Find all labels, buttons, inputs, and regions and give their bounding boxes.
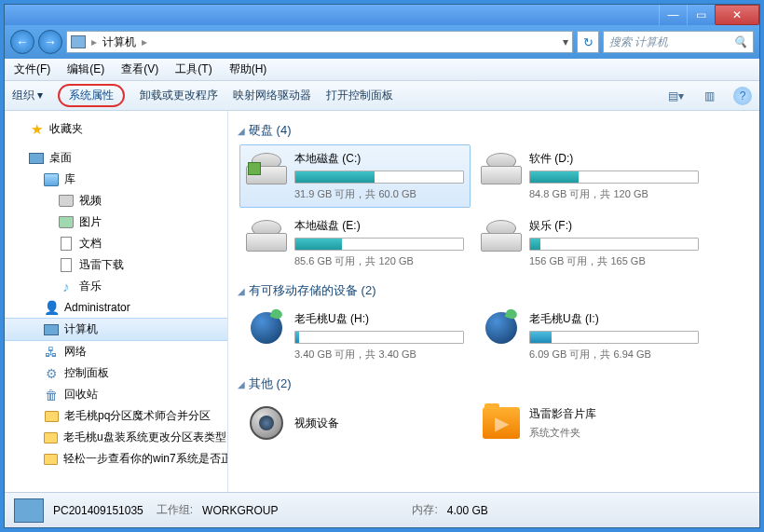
collapse-icon: ◢ — [238, 286, 245, 296]
menu-edit[interactable]: 编辑(E) — [63, 60, 108, 79]
item-xunlei-library[interactable]: ▶ 迅雷影音片库 系统文件夹 — [474, 398, 705, 448]
sidebar-item-network[interactable]: 🖧网络 — [5, 341, 227, 362]
sidebar-label: 老毛桃pq分区魔术师合并分区 — [64, 408, 211, 424]
sidebar-item-control-panel[interactable]: ⚙控制面板 — [5, 362, 227, 384]
content-pane: ◢硬盘 (4) 本地磁盘 (C:) 31.9 GB 可用，共 60.0 GB 软… — [228, 111, 759, 492]
sidebar-item-xunlei-dl[interactable]: 迅雷下载 — [5, 254, 227, 276]
uninstall-button[interactable]: 卸载或更改程序 — [140, 88, 218, 103]
sidebar-item-documents[interactable]: 文档 — [5, 233, 227, 254]
control-panel-button[interactable]: 打开控制面板 — [326, 88, 393, 103]
back-button[interactable]: ← — [10, 30, 34, 54]
video-icon — [59, 195, 74, 207]
drive-icon — [481, 151, 522, 184]
collapse-icon: ◢ — [238, 379, 245, 389]
menu-tools[interactable]: 工具(T) — [171, 60, 215, 79]
map-drive-button[interactable]: 映射网络驱动器 — [233, 88, 311, 103]
sidebar-label: 回收站 — [64, 387, 98, 402]
sidebar-label: Administrator — [64, 301, 130, 314]
search-icon[interactable]: 🔍 — [733, 35, 747, 48]
preview-pane-button[interactable]: ▥ — [700, 87, 718, 105]
drive-name: 老毛桃U盘 (H:) — [294, 311, 464, 327]
computer-icon — [14, 498, 44, 523]
drive-i[interactable]: 老毛桃U盘 (I:) 6.09 GB 可用，共 6.94 GB — [474, 305, 705, 368]
user-icon: 👤 — [44, 300, 59, 315]
refresh-button[interactable]: ↻ — [577, 31, 599, 53]
sidebar-item-music[interactable]: ♪音乐 — [5, 276, 227, 297]
sidebar-item-folder[interactable]: 老毛桃u盘装系统更改分区表类型 — [5, 427, 227, 448]
sidebar-item-libraries[interactable]: 库 — [5, 169, 227, 190]
sidebar-item-computer[interactable]: 计算机 — [5, 318, 227, 341]
item-video-device[interactable]: 视频设备 — [239, 398, 471, 448]
sidebar-item-folder[interactable]: 轻松一步查看你的win7系统是否正 — [5, 448, 227, 470]
item-name: 迅雷影音片库 — [529, 406, 699, 422]
system-properties-button[interactable]: 系统属性 — [58, 84, 125, 107]
collapse-icon: ◢ — [238, 126, 245, 136]
usb-icon — [481, 311, 522, 345]
menu-view[interactable]: 查看(V) — [117, 60, 162, 79]
capacity-bar — [294, 171, 464, 184]
sidebar-item-videos[interactable]: 视频 — [5, 190, 227, 211]
section-removable[interactable]: ◢有可移动存储的设备 (2) — [238, 277, 750, 303]
sidebar-label: 轻松一步查看你的win7系统是否正 — [63, 451, 228, 467]
menu-file[interactable]: 文件(F) — [10, 60, 54, 79]
document-icon — [61, 237, 72, 251]
drive-name: 娱乐 (F:) — [529, 218, 699, 234]
body: ★收藏夹 桌面 库 视频 图片 文档 迅雷下载 ♪音乐 👤Administrat… — [5, 111, 759, 492]
forward-button[interactable]: → — [38, 30, 62, 54]
desktop-icon — [29, 153, 44, 164]
breadcrumb-path[interactable]: 计算机 — [102, 34, 136, 50]
address-bar[interactable]: ▸ 计算机 ▸ ▾ — [66, 31, 573, 53]
help-icon[interactable]: ? — [733, 87, 752, 105]
minimize-button[interactable]: — — [659, 5, 687, 25]
sidebar-label: 库 — [64, 171, 75, 187]
computer-icon — [71, 35, 86, 48]
view-mode-button[interactable]: ▤▾ — [666, 87, 685, 105]
drive-e[interactable]: 本地磁盘 (E:) 85.6 GB 可用，共 120 GB — [239, 211, 471, 275]
sidebar-label: 图片 — [79, 214, 102, 230]
capacity-bar — [294, 238, 464, 251]
drive-stat: 84.8 GB 可用，共 120 GB — [529, 187, 699, 201]
menu-help[interactable]: 帮助(H) — [225, 60, 271, 79]
organize-button[interactable]: 组织 ▾ — [12, 88, 43, 103]
section-other[interactable]: ◢其他 (2) — [238, 370, 750, 396]
capacity-bar — [529, 171, 699, 184]
close-button[interactable]: ✕ — [715, 5, 759, 25]
drive-icon — [246, 151, 287, 184]
section-title: 其他 (2) — [249, 375, 292, 392]
section-title: 硬盘 (4) — [249, 122, 292, 139]
sidebar-label: 视频 — [79, 193, 102, 209]
drive-h[interactable]: 老毛桃U盘 (H:) 3.40 GB 可用，共 3.40 GB — [239, 305, 471, 368]
sidebar-item-desktop[interactable]: 桌面 — [5, 147, 227, 169]
drive-stat: 6.09 GB 可用，共 6.94 GB — [529, 348, 699, 361]
section-hard-drives[interactable]: ◢硬盘 (4) — [238, 116, 750, 143]
sidebar-item-folder[interactable]: 老毛桃pq分区魔术师合并分区 — [5, 405, 227, 427]
folder-icon — [45, 411, 59, 422]
camera-icon — [246, 404, 287, 442]
drive-d[interactable]: 软件 (D:) 84.8 GB 可用，共 120 GB — [474, 144, 705, 208]
drive-c[interactable]: 本地磁盘 (C:) 31.9 GB 可用，共 60.0 GB — [239, 144, 471, 208]
sidebar-label: 老毛桃u盘装系统更改分区表类型 — [63, 430, 226, 445]
sidebar-label: 迅雷下载 — [79, 257, 124, 273]
folder-icon: ▶ — [481, 404, 522, 442]
recycle-bin-icon: 🗑 — [44, 388, 59, 402]
status-workgroup-label: 工作组: — [157, 502, 193, 518]
address-dropdown[interactable]: ▾ — [563, 35, 568, 48]
sidebar-label: 文档 — [79, 236, 102, 252]
drive-icon — [246, 218, 287, 252]
sidebar-label: 网络 — [64, 344, 87, 360]
drive-f[interactable]: 娱乐 (F:) 156 GB 可用，共 165 GB — [474, 211, 705, 275]
drive-name: 本地磁盘 (C:) — [294, 151, 464, 167]
sidebar-label: 收藏夹 — [49, 121, 83, 137]
sidebar-item-administrator[interactable]: 👤Administrator — [5, 297, 227, 318]
sidebar-label: 控制面板 — [64, 365, 109, 381]
status-bar: PC201409151035 工作组: WORKGROUP 内存: 4.00 G… — [5, 492, 759, 527]
sidebar-item-recycle-bin[interactable]: 🗑回收站 — [5, 384, 227, 405]
sidebar-item-pictures[interactable]: 图片 — [5, 211, 227, 233]
sidebar: ★收藏夹 桌面 库 视频 图片 文档 迅雷下载 ♪音乐 👤Administrat… — [5, 111, 228, 492]
sidebar-item-favorites[interactable]: ★收藏夹 — [5, 118, 227, 140]
search-input[interactable]: 搜索 计算机 🔍 — [603, 31, 754, 53]
folder-icon — [44, 454, 58, 465]
drive-stat: 85.6 GB 可用，共 120 GB — [294, 254, 464, 268]
breadcrumb-sep: ▸ — [140, 35, 149, 48]
maximize-button[interactable]: ▭ — [687, 5, 715, 25]
